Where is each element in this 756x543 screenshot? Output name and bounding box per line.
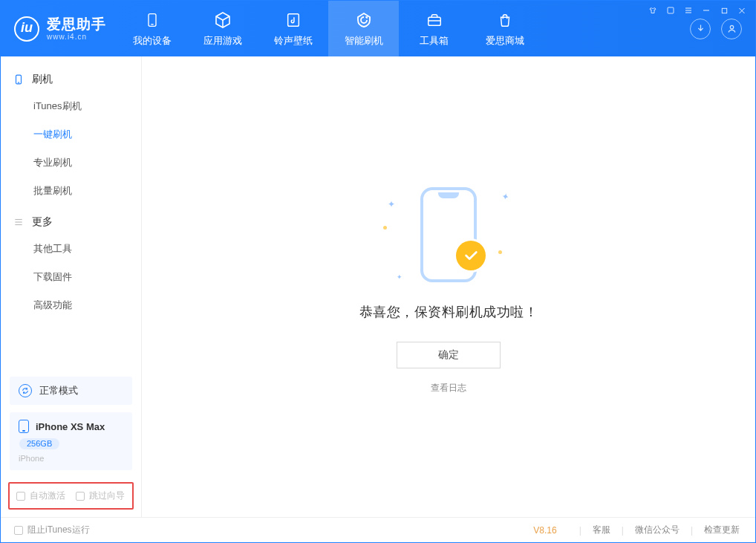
sidebar-item-batch-flash[interactable]: 批量刷机 — [1, 177, 141, 205]
checkbox-label: 跳过向导 — [89, 490, 125, 502]
list-icon — [13, 216, 25, 228]
logo-icon: iu — [14, 16, 39, 42]
footer: 阻止iTunes运行 V8.16 | 客服 | 微信公众号 | 检查更新 — [1, 517, 755, 542]
sidebar-group-title: 更多 — [1, 209, 141, 235]
download-button[interactable] — [690, 19, 711, 39]
tab-label: 我的设备 — [133, 34, 172, 48]
sidebar-item-oneclick-flash[interactable]: 一键刷机 — [1, 120, 141, 149]
footer-right: V8.16 | 客服 | 微信公众号 | 检查更新 — [533, 524, 742, 536]
phone-icon — [19, 420, 29, 433]
success-illustration: ✦ ✦ ✦ — [382, 183, 515, 287]
tab-label: 应用游戏 — [203, 34, 242, 48]
lock-icon[interactable] — [666, 6, 675, 15]
sidebar-item-pro-flash[interactable]: 专业刷机 — [1, 149, 141, 177]
tab-label: 智能刷机 — [345, 34, 383, 48]
sidebar-cards: 正常模式 iPhone XS Max 256GB iPhone — [1, 371, 141, 478]
svg-rect-4 — [428, 17, 440, 25]
dot-icon — [383, 226, 387, 230]
app-url: www.i4.cn — [47, 33, 106, 42]
ringtone-icon — [284, 10, 303, 30]
sidebar-item-other-tools[interactable]: 其他工具 — [1, 235, 141, 263]
svg-rect-12 — [722, 8, 726, 13]
sparkle-icon: ✦ — [501, 191, 510, 203]
shirt-icon[interactable] — [648, 6, 657, 15]
close-button[interactable] — [737, 6, 746, 15]
user-button[interactable] — [721, 19, 742, 39]
tab-flash[interactable]: 智能刷机 — [328, 1, 399, 56]
checkbox-auto-activate[interactable]: 自动激活 — [16, 490, 65, 502]
ok-button[interactable]: 确定 — [397, 342, 501, 368]
tab-label: 铃声壁纸 — [274, 34, 313, 48]
sidebar-item-itunes-flash[interactable]: iTunes刷机 — [1, 92, 141, 120]
device-icon — [143, 10, 162, 30]
flash-options-row: 自动激活 跳过向导 — [8, 482, 134, 510]
header: iu 爱思助手 www.i4.cn 我的设备 应用游戏 — [1, 1, 755, 56]
minimize-button[interactable] — [702, 6, 711, 15]
dot-icon — [498, 250, 502, 254]
sidebar-group-flash: 刷机 iTunes刷机 一键刷机 专业刷机 批量刷机 — [1, 67, 141, 209]
flash-icon — [354, 10, 374, 30]
sidebar-item-download-firmware[interactable]: 下载固件 — [1, 263, 141, 291]
version-label: V8.16 — [533, 525, 556, 536]
sidebar-item-advanced[interactable]: 高级功能 — [1, 291, 141, 319]
maximize-button[interactable] — [720, 6, 729, 15]
checkbox-label: 自动激活 — [30, 490, 65, 502]
group-label: 刷机 — [32, 73, 53, 86]
tab-label: 爱思商城 — [486, 34, 524, 48]
success-message: 恭喜您，保资料刷机成功啦！ — [359, 303, 538, 321]
device-info-card[interactable]: iPhone XS Max 256GB iPhone — [10, 412, 132, 470]
sparkle-icon: ✦ — [397, 273, 403, 281]
tab-store[interactable]: 爱思商城 — [469, 1, 540, 56]
tab-apps[interactable]: 应用游戏 — [187, 1, 258, 56]
tab-label: 工具箱 — [420, 34, 449, 48]
device-type: iPhone — [19, 454, 123, 463]
checkbox-skip-wizard[interactable]: 跳过向导 — [76, 490, 125, 502]
sparkle-icon: ✦ — [388, 199, 395, 209]
toolbox-icon — [425, 10, 444, 30]
sidebar-group-more: 更多 其他工具 下载固件 高级功能 — [1, 209, 141, 324]
store-icon — [495, 10, 515, 30]
main-content: ✦ ✦ ✦ 恭喜您，保资料刷机成功啦！ 确定 查看日志 — [142, 56, 755, 517]
mode-label: 正常模式 — [39, 384, 78, 397]
tab-toolbox[interactable]: 工具箱 — [399, 1, 469, 56]
svg-rect-3 — [287, 13, 299, 26]
device-name: iPhone XS Max — [36, 421, 105, 432]
sidebar: 刷机 iTunes刷机 一键刷机 专业刷机 批量刷机 更多 其他工具 — [1, 56, 142, 517]
group-label: 更多 — [32, 215, 53, 229]
storage-badge: 256GB — [19, 438, 59, 449]
app-logo: iu 爱思助手 www.i4.cn — [1, 1, 117, 56]
wechat-link[interactable]: 微信公众号 — [633, 524, 682, 536]
device-mode-card[interactable]: 正常模式 — [10, 377, 132, 405]
logo-text: 爱思助手 www.i4.cn — [47, 16, 106, 41]
header-tabs: 我的设备 应用游戏 铃声壁纸 智能刷机 — [117, 1, 540, 56]
check-badge-icon — [456, 241, 486, 270]
title-bar-actions — [648, 6, 746, 15]
phone-icon — [13, 74, 25, 85]
view-log-link[interactable]: 查看日志 — [431, 382, 466, 394]
check-update-link[interactable]: 检查更新 — [702, 524, 742, 536]
checkbox-label: 阻止iTunes运行 — [27, 524, 90, 536]
svg-point-6 — [730, 25, 733, 28]
tab-my-device[interactable]: 我的设备 — [117, 1, 187, 56]
support-link[interactable]: 客服 — [590, 524, 613, 536]
tab-ringtones[interactable]: 铃声壁纸 — [258, 1, 328, 56]
refresh-icon — [19, 384, 32, 397]
svg-rect-7 — [668, 7, 674, 13]
sidebar-group-title: 刷机 — [1, 67, 141, 92]
checkbox-block-itunes[interactable]: 阻止iTunes运行 — [14, 524, 90, 536]
apps-icon — [213, 10, 232, 30]
body: 刷机 iTunes刷机 一键刷机 专业刷机 批量刷机 更多 其他工具 — [1, 56, 755, 517]
app-name: 爱思助手 — [47, 16, 106, 33]
app-window: iu 爱思助手 www.i4.cn 我的设备 应用游戏 — [0, 0, 756, 543]
menu-icon[interactable] — [684, 6, 693, 15]
